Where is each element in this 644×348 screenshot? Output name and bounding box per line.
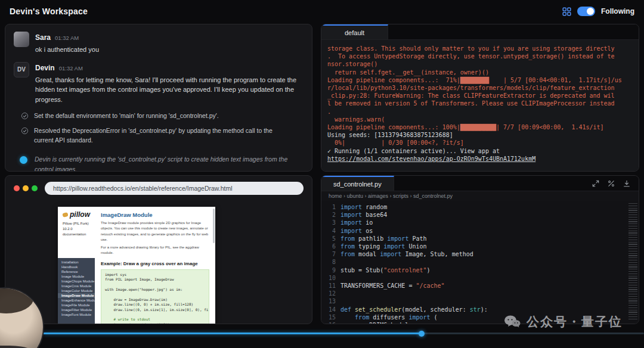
header-controls: Following <box>562 7 634 16</box>
line-number: 13 <box>321 297 336 305</box>
pillow-logo-icon <box>62 212 68 218</box>
line-number: 1 <box>321 203 336 211</box>
code-content[interactable]: import randomimport base64import ioimpor… <box>340 201 628 324</box>
project-version: 10.2.0 <box>63 226 92 232</box>
code-token: import <box>408 314 430 321</box>
code-line: TRANSFORMERS_CACHE = "/cache" <box>340 282 628 290</box>
line-number: 14 <box>321 306 336 313</box>
download-icon[interactable] <box>623 180 630 187</box>
doc-nav-item[interactable]: ImageChops Module <box>58 279 95 284</box>
code-token: ( <box>431 314 438 321</box>
code-line: import base64 <box>340 211 628 219</box>
percent-icon[interactable] <box>608 180 615 187</box>
terminal-tabbar: default <box>321 24 639 40</box>
terminal-line: return self.fget.__get__(instance, owner… <box>327 69 633 76</box>
url-input[interactable]: https://pillow.readthedocs.io/en/stable/… <box>45 182 304 195</box>
doc-code-line <box>105 312 205 317</box>
doc-nav-item[interactable]: ImageFont Module <box>58 312 95 317</box>
terminal-tab-default[interactable]: default <box>321 24 388 39</box>
code-token: Path <box>408 235 426 242</box>
code-line: def set_scheduler(model, scheduler: str)… <box>340 306 628 313</box>
code-token: diffusers <box>369 314 408 321</box>
doc-nav-item[interactable]: Image Module <box>58 274 95 279</box>
docs-intro: The ImageDraw module provides simple 2D … <box>101 220 209 243</box>
terminal-link[interactable]: https://modal.com/stevenhao/apps/ap-OzRO… <box>327 156 535 162</box>
doc-code-line: draw.line((0, im.size[1], im.size[0], 0)… <box>105 307 205 312</box>
code-token: random <box>362 204 387 210</box>
doc-nav-item[interactable]: ImageFile Module <box>58 303 95 307</box>
terminal-line: . <box>327 108 633 116</box>
code-token: ): <box>481 306 488 313</box>
line-number: 10 <box>321 274 336 282</box>
code-token: (model, scheduler: <box>401 306 469 313</box>
following-toggle[interactable] <box>577 7 595 16</box>
terminal-text: storage class. This should only matter t… <box>327 45 615 52</box>
code-token: import <box>340 204 362 210</box>
editor-panel: sd_controlnet.py home › ubuntu › aimages… <box>321 175 639 324</box>
terminal-output[interactable]: storage class. This should only matter t… <box>321 40 639 171</box>
code-token: from <box>340 235 355 242</box>
minimap[interactable] <box>628 203 637 321</box>
redacted-block: ██████████ <box>460 124 496 130</box>
message-content: Sara01:32 AM ok i authenticated you <box>35 32 99 55</box>
doc-nav-item[interactable]: ImageCms Module <box>58 284 95 288</box>
doc-code-line: import sys <box>105 272 205 277</box>
docs-code-block: import sysfrom PIL import Image, ImageDr… <box>101 269 209 324</box>
terminal-line: ✓ Running (1/1 containers active)... Vie… <box>327 147 633 155</box>
doc-nav-item[interactable]: ImageEnhance Module <box>58 298 95 303</box>
editor-breadcrumb[interactable]: home › ubuntu › aimages › scripts › sd_c… <box>321 191 639 201</box>
grid-icon[interactable] <box>562 7 571 16</box>
line-number: 12 <box>321 290 336 297</box>
message-text: ok i authenticated you <box>35 45 99 55</box>
code-token: import <box>387 235 408 242</box>
chat-body: Sara01:32 AM ok i authenticated you DV D… <box>5 24 312 172</box>
expand-icon[interactable] <box>592 180 599 187</box>
terminal-text: . <box>327 108 331 115</box>
zoom-button[interactable] <box>32 185 38 191</box>
terminal-text: | 5/7 [00:04<00:01, 1.17it/s]/us <box>489 77 622 83</box>
terminal-line: _clip.py:28: FutureWarning: The class CL… <box>327 92 633 100</box>
line-number: 8 <box>321 258 336 266</box>
terminal-line: l be removed in version 5 of Transformer… <box>327 100 633 107</box>
minimize-button[interactable] <box>23 185 29 191</box>
line-number: 16 <box>321 321 336 324</box>
code-line <box>340 297 628 305</box>
line-number: 6 <box>321 243 336 250</box>
doc-nav-item[interactable]: ImageColor Module <box>58 288 95 293</box>
terminal-line: Using seeds: [13137943683875123688] <box>327 131 633 139</box>
task-text: Set the default environment to 'main' fo… <box>34 111 219 121</box>
doc-nav-item[interactable]: Installation <box>58 260 95 265</box>
doc-nav-item[interactable]: ImageFilter Module <box>58 307 95 312</box>
chat-message-devin: DV Devin01:32 AM Great, thanks for letti… <box>14 62 304 105</box>
terminal-text: l be removed in version 5 of Transformer… <box>327 100 615 107</box>
check-circle-icon <box>21 112 29 120</box>
terminal-line: Loading pipeline components...: 71%|████… <box>327 76 633 84</box>
doc-code-line: # write to stdout <box>105 317 205 322</box>
pillow-logo[interactable]: pillow <box>58 207 95 219</box>
code-line: from modal import Image, Stub, method <box>340 250 628 258</box>
following-label: Following <box>601 7 634 15</box>
doc-nav-item[interactable]: Handbook <box>58 265 95 269</box>
code-editor[interactable]: 12345678910111213141516 import randomimp… <box>321 201 639 324</box>
doc-code-line: from PIL import Image, ImageDraw <box>105 277 205 282</box>
code-token: Union <box>405 243 426 250</box>
doc-nav-item[interactable]: Reference <box>58 269 95 274</box>
timeline-track[interactable] <box>43 333 644 334</box>
doc-code-line: with Image.open("hopper.jpg") as im: <box>105 287 205 292</box>
terminal-line: warnings.warn( <box>327 116 633 123</box>
doc-nav-item[interactable]: ImageDraw Module <box>58 293 95 298</box>
page-scrollbar[interactable] <box>213 209 215 243</box>
wechat-icon <box>504 315 521 329</box>
close-button[interactable] <box>14 185 20 191</box>
code-token: from <box>340 251 355 257</box>
editor-tab-sd-controlnet[interactable]: sd_controlnet.py <box>321 176 394 191</box>
timeline-scrubber <box>0 329 644 337</box>
code-token: str <box>470 306 481 313</box>
terminal-line: https://modal.com/stevenhao/apps/ap-OzRO… <box>327 155 633 163</box>
code-token: def <box>340 306 351 313</box>
browser-toolbar: https://pillow.readthedocs.io/en/stable/… <box>5 176 312 201</box>
task-item: Resolved the DeprecationError in 'sd_con… <box>21 126 304 145</box>
task-list: Set the default environment to 'main' fo… <box>21 111 304 145</box>
doc-code-line: draw.line((0, 0) + im.size, fill=128) <box>105 302 205 307</box>
timeline-thumb[interactable] <box>419 331 425 337</box>
